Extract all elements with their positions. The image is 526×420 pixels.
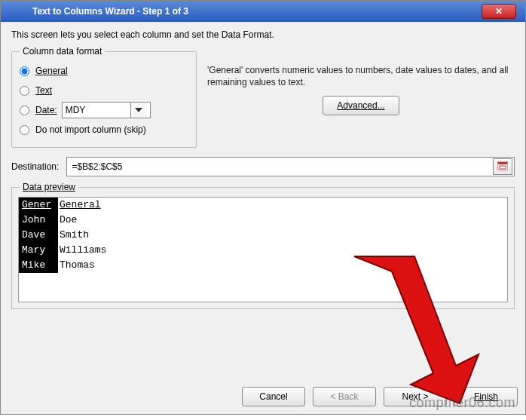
- preview-cell: Williams: [58, 243, 507, 258]
- radio-skip[interactable]: Do not import column (skip): [20, 120, 188, 139]
- preview-cell: Dave: [19, 228, 58, 243]
- preview-cell: Doe: [58, 213, 507, 228]
- preview-cell: Smith: [58, 228, 507, 243]
- button-bar: Cancel < Back Next > Finish: [1, 382, 525, 414]
- radio-date-label: Date:: [35, 105, 57, 115]
- radio-text-input[interactable]: [20, 86, 29, 96]
- range-picker-button[interactable]: [493, 158, 512, 175]
- radio-skip-input[interactable]: [20, 125, 29, 135]
- format-legend: Column data format: [20, 46, 105, 57]
- close-icon: ✕: [495, 6, 503, 17]
- radio-skip-label: Do not import column (skip): [35, 124, 146, 135]
- date-format-combo[interactable]: [62, 102, 151, 118]
- destination-input[interactable]: [67, 158, 493, 175]
- preview-cell: Thomas: [58, 258, 507, 273]
- destination-row: Destination:: [11, 157, 515, 176]
- window-title: Text to Columns Wizard - Step 1 of 3: [5, 6, 482, 17]
- table-row: Dave Smith: [19, 228, 507, 243]
- preview-cell: Mary: [19, 243, 58, 258]
- radio-text[interactable]: Text: [20, 81, 188, 100]
- cancel-button[interactable]: Cancel: [242, 387, 305, 406]
- preview-header-row: Gener General: [19, 198, 507, 213]
- advanced-label: Advanced...: [337, 100, 384, 111]
- table-row: Mary Williams: [19, 243, 507, 258]
- chevron-down-icon[interactable]: [130, 103, 147, 118]
- preview-label: Data preview: [20, 182, 78, 192]
- finish-button[interactable]: Finish: [454, 387, 518, 406]
- titlebar: Text to Columns Wizard - Step 1 of 3 ✕: [1, 1, 525, 22]
- instruction-text: This screen lets you select each column …: [11, 29, 515, 40]
- format-note-area: 'General' converts numeric values to num…: [207, 46, 515, 115]
- format-note: 'General' converts numeric values to num…: [207, 64, 515, 88]
- wizard-window: Text to Columns Wizard - Step 1 of 3 ✕ T…: [0, 0, 526, 415]
- svg-rect-1: [498, 162, 507, 164]
- destination-label: Destination:: [11, 161, 59, 172]
- preview-header-c2: General: [58, 198, 507, 213]
- radio-general-label: General: [35, 66, 68, 76]
- radio-date-row: Date:: [20, 100, 188, 120]
- radio-general[interactable]: General: [20, 61, 188, 81]
- destination-input-wrap: [66, 157, 515, 176]
- radio-date[interactable]: Date:: [20, 105, 57, 115]
- format-row: Column data format General Text Date:: [11, 46, 515, 148]
- finish-label: Finish: [474, 391, 498, 402]
- date-format-input[interactable]: [63, 103, 130, 118]
- preview-box[interactable]: Gener General John Doe Dave Smith Mary W…: [18, 197, 508, 302]
- preview-frame: Data preview Gener General John Doe Dave…: [11, 187, 515, 309]
- close-button[interactable]: ✕: [482, 4, 516, 19]
- preview-cell: Mike: [19, 258, 58, 273]
- radio-date-input[interactable]: [20, 106, 29, 115]
- back-button[interactable]: < Back: [313, 387, 376, 406]
- table-row: Mike Thomas: [19, 258, 507, 273]
- preview-header-c1: Gener: [19, 198, 58, 213]
- dialog-body: This screen lets you select each column …: [1, 22, 525, 382]
- table-row: John Doe: [19, 213, 507, 228]
- next-button[interactable]: Next >: [384, 387, 447, 406]
- column-data-format-group: Column data format General Text Date:: [11, 46, 197, 148]
- radio-general-input[interactable]: [20, 66, 29, 76]
- radio-text-label: Text: [35, 85, 52, 96]
- advanced-button[interactable]: Advanced...: [323, 96, 399, 115]
- range-picker-icon: [497, 161, 508, 173]
- preview-cell: John: [19, 213, 58, 228]
